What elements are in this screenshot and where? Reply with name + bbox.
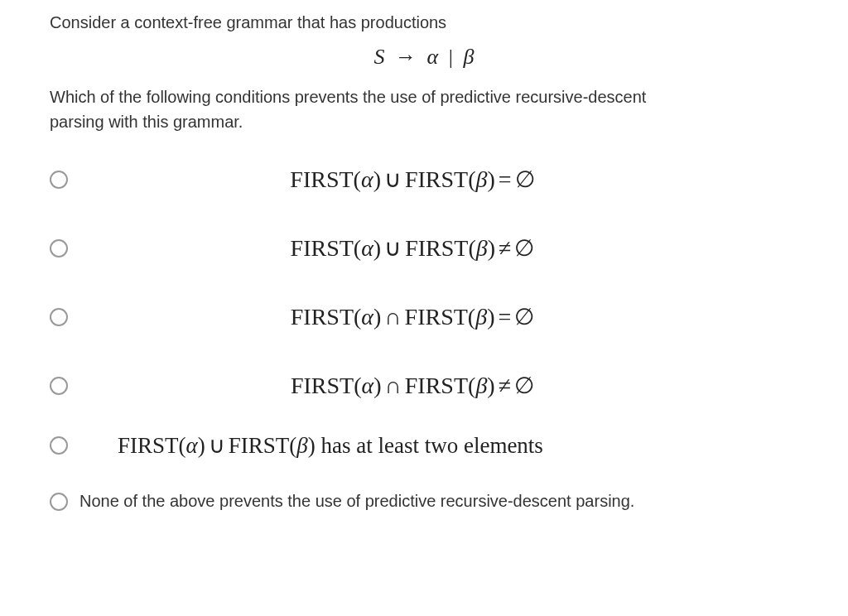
beta-var: β (475, 304, 487, 330)
production-pipe: | (444, 45, 458, 69)
question-tail: Which of the following conditions preven… (50, 84, 798, 134)
option-e-tail: has at least two elements (316, 433, 543, 458)
option-d[interactable]: FIRST(α)∩FIRST(β)≠∅ (50, 372, 798, 399)
not-equals-op: ≠ (495, 235, 514, 261)
first-func: FIRST (291, 235, 354, 261)
radio-icon[interactable] (50, 308, 68, 326)
empty-set: ∅ (514, 235, 534, 261)
union-op: ∪ (381, 166, 405, 192)
not-equals-op: ≠ (495, 373, 514, 398)
empty-set: ∅ (514, 373, 534, 398)
option-e[interactable]: FIRST(α)∪FIRST(β) has at least two eleme… (50, 432, 798, 459)
radio-icon[interactable] (50, 493, 68, 511)
beta-var: β (476, 235, 488, 261)
question-intro: Consider a context-free grammar that has… (50, 10, 798, 35)
alpha-var: α (186, 433, 198, 458)
alpha-var: α (361, 235, 373, 261)
intersect-op: ∩ (381, 304, 404, 330)
alpha-var: α (361, 166, 373, 192)
production-arrow: → (390, 45, 422, 69)
first-func: FIRST (405, 304, 468, 330)
option-e-text: FIRST(α)∪FIRST(β) has at least two eleme… (118, 432, 543, 459)
equals-op: = (494, 304, 514, 330)
first-func: FIRST (405, 373, 468, 398)
radio-icon[interactable] (50, 436, 68, 455)
first-func: FIRST (291, 304, 354, 330)
production-lhs: S (374, 45, 385, 69)
production-rhs2: β (463, 45, 474, 69)
alpha-var: α (362, 373, 374, 398)
first-func: FIRST (118, 433, 179, 458)
option-f[interactable]: None of the above prevents the use of pr… (50, 492, 798, 511)
first-func: FIRST (405, 166, 468, 192)
question-tail-line2: parsing with this grammar. (50, 113, 243, 131)
option-a-text: FIRST(α)∪FIRST(β)=∅ (68, 166, 798, 193)
option-d-text: FIRST(α)∩FIRST(β)≠∅ (68, 372, 798, 399)
beta-var: β (296, 433, 307, 458)
option-f-text: None of the above prevents the use of pr… (80, 492, 634, 511)
first-func: FIRST (405, 235, 468, 261)
union-op: ∪ (381, 235, 405, 261)
radio-icon[interactable] (50, 239, 68, 257)
radio-icon[interactable] (50, 377, 68, 395)
option-a[interactable]: FIRST(α)∪FIRST(β)=∅ (50, 166, 798, 193)
first-func: FIRST (290, 166, 353, 192)
option-b[interactable]: FIRST(α)∪FIRST(β)≠∅ (50, 234, 798, 262)
option-c[interactable]: FIRST(α)∩FIRST(β)=∅ (50, 303, 798, 330)
first-func: FIRST (291, 373, 354, 398)
first-func: FIRST (229, 433, 290, 458)
empty-set: ∅ (514, 304, 534, 330)
option-b-text: FIRST(α)∪FIRST(β)≠∅ (68, 234, 798, 262)
beta-var: β (476, 166, 488, 192)
radio-icon[interactable] (50, 171, 68, 189)
option-c-text: FIRST(α)∩FIRST(β)=∅ (68, 303, 798, 330)
union-op: ∪ (205, 433, 229, 458)
question-tail-line1: Which of the following conditions preven… (50, 88, 646, 106)
grammar-production: S → α | β (50, 45, 798, 70)
alpha-var: α (361, 304, 373, 330)
intersect-op: ∩ (382, 373, 405, 398)
empty-set: ∅ (515, 166, 535, 192)
beta-var: β (475, 373, 487, 398)
production-rhs1: α (427, 45, 439, 69)
equals-op: = (495, 166, 515, 192)
